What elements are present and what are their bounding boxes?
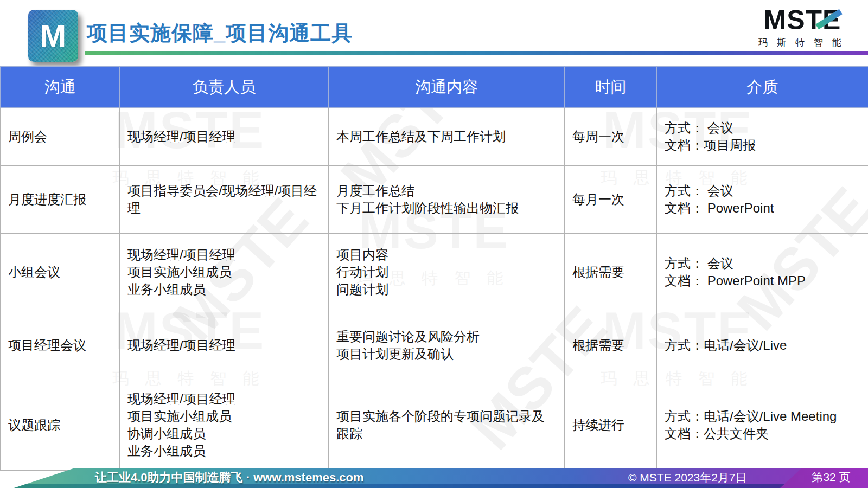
- cell-content: 本周工作总结及下周工作计划: [329, 108, 565, 166]
- page-number-badge: 第32 页: [780, 468, 868, 488]
- title-underline-gradient: [85, 51, 868, 55]
- table-row: 月度进度汇报 项目指导委员会/现场经理/项目经理 月度工作总结 下月工作计划阶段…: [1, 166, 868, 234]
- table-row: 周例会 现场经理/项目经理 本周工作总结及下周工作计划 每周一次 方式： 会议 …: [1, 108, 868, 166]
- column-header-communication: 沟通: [1, 67, 120, 108]
- cell-tool: 议题跟踪: [1, 380, 120, 471]
- cell-medium: 方式： 会议 文档： PowerPoint: [657, 166, 868, 234]
- cell-medium: 方式： 会议 文档：项目周报: [657, 108, 868, 166]
- cell-tool: 周例会: [1, 108, 120, 166]
- cell-owner: 项目指导委员会/现场经理/项目经理: [120, 166, 329, 234]
- column-header-time: 时间: [565, 67, 657, 108]
- cell-owner: 现场经理/项目经理: [120, 108, 329, 166]
- cell-content: 项目内容 行动计划 问题计划: [329, 234, 565, 311]
- brand-name-text: MSTE: [764, 5, 841, 35]
- company-logo-mark: M: [28, 10, 78, 62]
- communication-tools-table: 沟通 负责人员 沟通内容 时间 介质 周例会 现场经理/项目经理 本周工作总结及…: [0, 66, 868, 471]
- brand-logo: MSTE 玛斯特智能: [745, 5, 859, 49]
- cell-medium: 方式：电话/会议/Live: [657, 311, 868, 380]
- cell-content: 项目实施各个阶段的专项问题记录及跟踪: [329, 380, 565, 471]
- cell-time: 持续进行: [565, 380, 657, 471]
- column-header-medium: 介质: [657, 67, 868, 108]
- footer-copyright: © MSTE 2023年2月7日: [628, 470, 747, 485]
- column-header-owner: 负责人员: [120, 67, 329, 108]
- page-title: 项目实施保障_项目沟通工具: [87, 20, 353, 47]
- slide: { "header": { "logo_letter": "M", "title…: [0, 0, 868, 488]
- cell-owner: 现场经理/项目经理 项目实施小组成员 业务小组成员: [120, 234, 329, 311]
- cell-tool: 月度进度汇报: [1, 166, 120, 234]
- cell-time: 根据需要: [565, 311, 657, 380]
- table-header-row: 沟通 负责人员 沟通内容 时间 介质: [1, 67, 868, 108]
- cell-content: 月度工作总结 下月工作计划阶段性输出物汇报: [329, 166, 565, 234]
- table-row: 项目经理会议 现场经理/项目经理 重要问题讨论及风险分析 项目计划更新及确认 根…: [1, 311, 868, 380]
- footer-slogan: 让工业4.0助力中国制造腾飞 · www.mstemes.com: [95, 470, 364, 486]
- cell-tool: 项目经理会议: [1, 311, 120, 380]
- logo-letter: M: [40, 20, 66, 52]
- cell-tool: 小组会议: [1, 234, 120, 311]
- cell-owner: 现场经理/项目经理: [120, 311, 329, 380]
- cell-time: 每周一次: [565, 108, 657, 166]
- cell-medium: 方式： 会议 文档： PowerPoint MPP: [657, 234, 868, 311]
- cell-time: 每月一次: [565, 166, 657, 234]
- cell-medium: 方式：电话/会议/Live Meeting 文档：公共文件夹: [657, 380, 868, 471]
- cell-time: 根据需要: [565, 234, 657, 311]
- table-row: 小组会议 现场经理/项目经理 项目实施小组成员 业务小组成员 项目内容 行动计划…: [1, 234, 868, 311]
- footer-bar: 第32 页 让工业4.0助力中国制造腾飞 · www.mstemes.com ©…: [0, 468, 868, 488]
- cell-owner: 现场经理/项目经理 项目实施小组成员 协调小组成员 业务小组成员: [120, 380, 329, 471]
- column-header-content: 沟通内容: [329, 67, 565, 108]
- cell-content: 重要问题讨论及风险分析 项目计划更新及确认: [329, 311, 565, 380]
- table-row: 议题跟踪 现场经理/项目经理 项目实施小组成员 协调小组成员 业务小组成员 项目…: [1, 380, 868, 471]
- brand-subtitle: 玛斯特智能: [745, 36, 859, 49]
